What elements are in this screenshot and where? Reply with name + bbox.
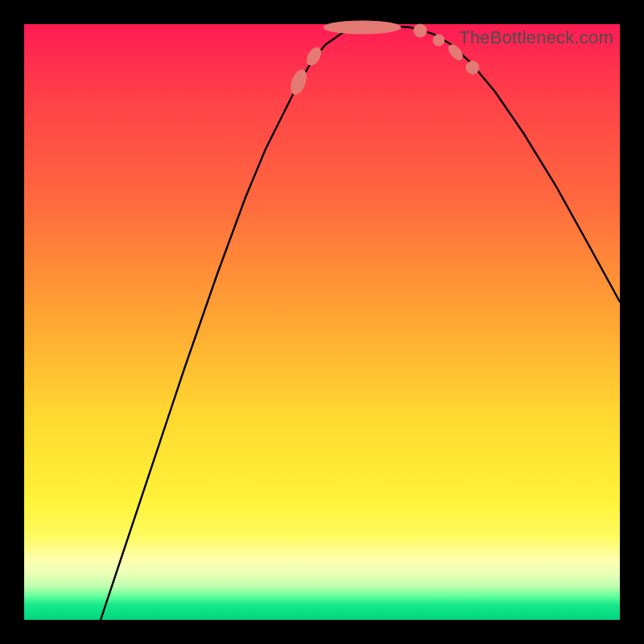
curve-group [101,26,620,620]
marker-group [288,21,479,97]
curve-marker-4 [433,35,444,46]
chart-frame: TheBottleneck.com [24,24,620,620]
curve-marker-1 [304,45,324,68]
curve-marker-5 [446,43,464,63]
curve-left-curve [101,26,386,620]
curve-right-curve [386,26,620,302]
chart-svg [24,24,620,620]
curve-marker-3 [414,24,427,37]
curve-marker-6 [466,61,479,74]
curve-marker-2 [324,21,401,34]
